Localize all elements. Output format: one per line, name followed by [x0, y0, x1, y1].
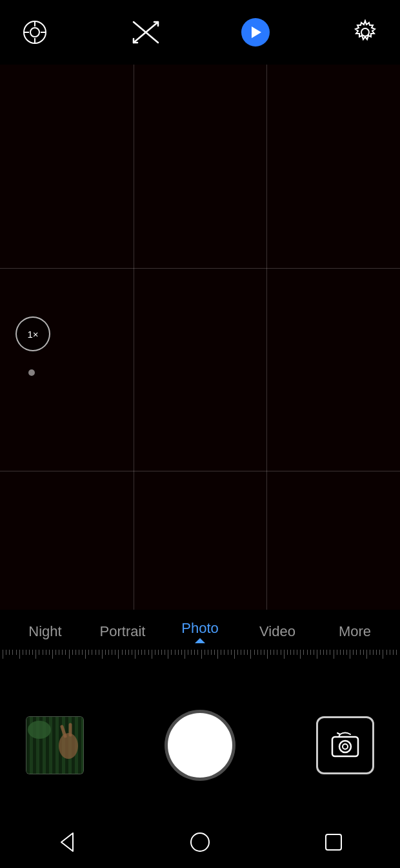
- recent-button[interactable]: [317, 826, 350, 858]
- shutter-inner: [172, 717, 228, 774]
- pin-icon-button[interactable]: [19, 17, 50, 48]
- ruler-tick: [165, 650, 165, 655]
- zoom-button[interactable]: 1×: [15, 316, 50, 351]
- svg-point-23: [28, 721, 51, 739]
- svg-point-1: [30, 28, 39, 37]
- zoom-label: 1×: [27, 329, 38, 340]
- svg-point-20: [59, 733, 78, 759]
- ruler-tick: [115, 650, 115, 655]
- mode-tab-night[interactable]: Night: [6, 618, 84, 645]
- ruler-tick: [383, 650, 383, 659]
- ruler-tick: [128, 650, 129, 655]
- grid-line-v1: [134, 65, 134, 674]
- svg-marker-8: [252, 26, 261, 38]
- ruler-tick: [175, 650, 175, 655]
- ruler-tick: [290, 650, 291, 655]
- ruler-tick: [379, 650, 380, 655]
- ruler-tick: [52, 650, 53, 659]
- ruler-tick: [32, 650, 33, 655]
- mode-tab-portrait[interactable]: Portrait: [84, 618, 161, 645]
- mode-tab-photo[interactable]: Photo: [161, 615, 239, 648]
- ruler-tick: [82, 650, 83, 655]
- ruler-tick: [125, 650, 126, 655]
- ruler-tick: [244, 650, 245, 655]
- gallery-thumbnail[interactable]: [26, 716, 84, 774]
- google-lens-icon-button[interactable]: [241, 18, 270, 46]
- ruler-tick: [370, 650, 370, 655]
- ruler-tick: [274, 650, 274, 655]
- ruler-tick: [92, 650, 92, 655]
- ruler-tick: [141, 650, 142, 655]
- focus-dot: [28, 369, 35, 376]
- ruler-tick: [6, 650, 6, 655]
- ruler-tick: [155, 650, 155, 655]
- ruler-tick: [241, 650, 241, 655]
- mode-tab-video[interactable]: Video: [239, 618, 316, 645]
- home-button[interactable]: [184, 826, 216, 858]
- flip-camera-button[interactable]: [316, 716, 374, 774]
- ruler-tick: [396, 650, 397, 655]
- ruler-tick: [122, 650, 123, 655]
- ruler-tick: [303, 650, 304, 655]
- ruler-tick: [390, 650, 390, 655]
- ruler-tick: [43, 650, 43, 655]
- ruler-tick: [350, 650, 350, 659]
- ruler-tick: [208, 650, 208, 655]
- ruler-tick: [88, 650, 89, 655]
- viewfinder: 1×: [0, 65, 400, 674]
- ruler-tick: [360, 650, 361, 655]
- ruler-tick: [161, 650, 162, 655]
- ruler-tick: [277, 650, 277, 655]
- ruler-tick: [214, 650, 215, 655]
- settings-icon-button[interactable]: [350, 17, 381, 48]
- ruler-tick: [85, 650, 86, 659]
- ruler-tick: [217, 650, 218, 659]
- ruler-tick: [287, 650, 288, 655]
- ruler-tick: [16, 650, 17, 655]
- ruler-tick: [108, 650, 109, 655]
- ruler-tick: [320, 650, 321, 655]
- ruler-tick: [300, 650, 301, 659]
- ruler-tick: [323, 650, 324, 655]
- ruler-tick: [334, 650, 334, 659]
- ruler-tick: [185, 650, 185, 659]
- ruler-tick: [168, 650, 168, 659]
- mode-tab-photo-label: Photo: [181, 620, 219, 637]
- ruler-tick: [231, 650, 232, 655]
- ruler-tick: [194, 650, 195, 655]
- ruler-tick: [257, 650, 258, 655]
- ruler-tick: [307, 650, 308, 655]
- svg-point-28: [191, 833, 209, 851]
- ruler-tick: [228, 650, 228, 655]
- flip-camera-icon: [329, 729, 361, 761]
- ruler-tick: [261, 650, 261, 655]
- top-bar: [0, 0, 400, 65]
- ruler-tick: [281, 650, 281, 655]
- shutter-button[interactable]: [168, 713, 232, 778]
- grid-line-h1: [0, 268, 400, 269]
- nav-bar: [0, 816, 400, 868]
- ruler-tick: [72, 650, 73, 655]
- ruler-tick: [250, 650, 251, 659]
- flash-icon-button[interactable]: [130, 17, 161, 48]
- ruler-tick: [79, 650, 79, 655]
- ruler-tick: [59, 650, 59, 655]
- ruler-tick: [99, 650, 99, 655]
- ruler-tick: [393, 650, 394, 655]
- ruler-tick: [376, 650, 377, 655]
- ruler-tick: [326, 650, 327, 655]
- ruler-tick: [254, 650, 255, 655]
- ruler-tick: [343, 650, 344, 655]
- ruler-tick: [205, 650, 205, 655]
- ruler-tick: [65, 650, 66, 655]
- ruler-tick: [337, 650, 337, 655]
- mode-tab-more[interactable]: More: [316, 618, 394, 645]
- ruler-tick: [19, 650, 20, 659]
- thumbnail-image: [26, 717, 83, 774]
- back-button[interactable]: [50, 826, 83, 858]
- ruler-tick: [310, 650, 311, 655]
- ruler-tick: [148, 650, 149, 655]
- ruler-tick: [264, 650, 265, 655]
- ruler-tick: [75, 650, 76, 655]
- ruler-tick: [158, 650, 159, 655]
